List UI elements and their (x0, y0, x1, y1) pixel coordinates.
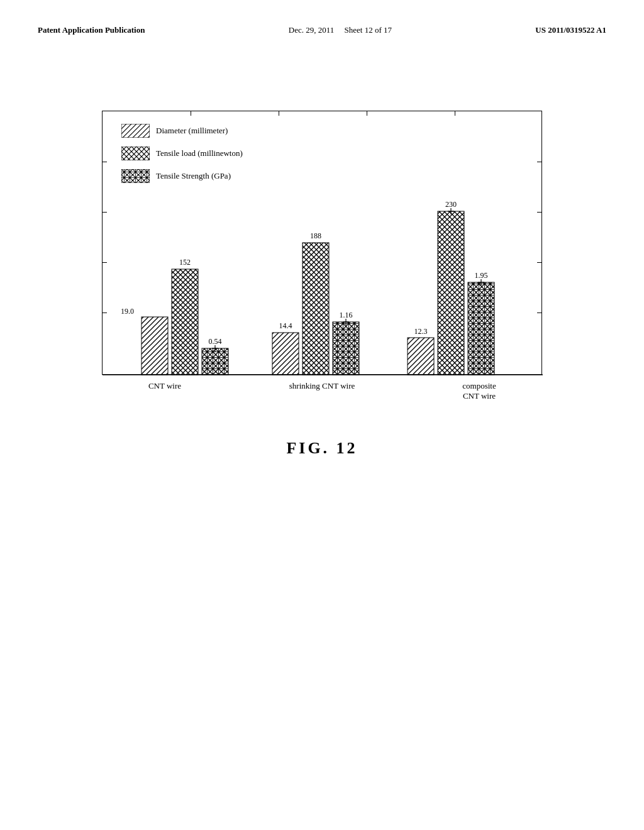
header-patent-number: US 2011/0319522 A1 (535, 25, 606, 35)
page: Patent Application Publication Dec. 29, … (0, 0, 644, 830)
svg-text:188: 188 (310, 231, 321, 240)
svg-text:14.4: 14.4 (279, 321, 292, 330)
figure-caption: FIG. 12 (38, 439, 606, 458)
svg-text:12.3: 12.3 (414, 327, 428, 336)
svg-rect-31 (303, 243, 329, 375)
svg-text:152: 152 (179, 258, 191, 267)
svg-text:1.16: 1.16 (340, 311, 353, 319)
svg-rect-22 (142, 317, 168, 375)
x-axis-labels: CNT wire shrinking CNT wire compositeCNT… (102, 375, 542, 401)
header-date: Dec. 29, 2011 (289, 25, 334, 35)
svg-text:19.0: 19.0 (121, 307, 134, 316)
header-publication-label: Patent Application Publication (38, 25, 145, 35)
header-sheet: Sheet 12 of 17 (345, 25, 392, 35)
bars-svg: 19.0 152 0.54 14.4 188 1.16 (103, 111, 543, 375)
chart-container: Diameter (millimeter) Tensile load (mill… (86, 111, 558, 401)
svg-rect-24 (202, 348, 228, 375)
page-header: Patent Application Publication Dec. 29, … (38, 25, 606, 35)
svg-text:230: 230 (445, 200, 457, 209)
x-label-composite-cnt: compositeCNT wire (416, 381, 542, 401)
svg-text:0.54: 0.54 (209, 337, 222, 346)
x-label-shrinking-cnt: shrinking CNT wire (259, 381, 385, 401)
x-label-cnt-wire: CNT wire (102, 381, 228, 401)
svg-rect-40 (468, 282, 494, 375)
svg-rect-39 (438, 211, 464, 375)
svg-rect-32 (333, 322, 359, 375)
svg-rect-38 (408, 338, 434, 375)
header-date-sheet: Dec. 29, 2011 Sheet 12 of 17 (289, 25, 392, 35)
chart-area: Diameter (millimeter) Tensile load (mill… (102, 111, 542, 375)
svg-rect-23 (172, 269, 198, 375)
svg-rect-30 (272, 333, 299, 375)
svg-text:1.95: 1.95 (475, 271, 488, 280)
